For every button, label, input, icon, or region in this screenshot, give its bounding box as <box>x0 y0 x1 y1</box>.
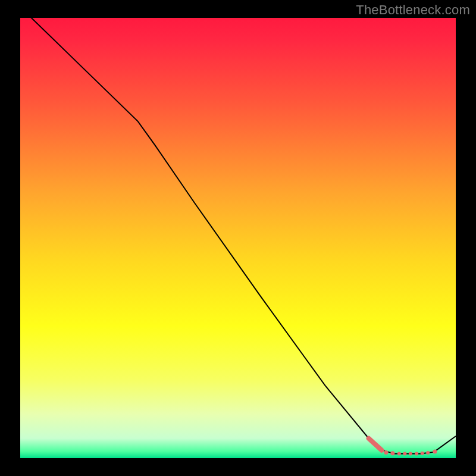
svg-point-7 <box>421 452 424 455</box>
chart-frame: TheBottleneck.com <box>0 0 476 476</box>
svg-point-9 <box>433 449 437 453</box>
chart-svg <box>20 18 456 458</box>
watermark-text: TheBottleneck.com <box>356 2 470 18</box>
svg-point-3 <box>397 452 401 456</box>
svg-point-6 <box>415 452 418 456</box>
svg-point-4 <box>403 452 406 456</box>
gradient-background <box>20 18 456 458</box>
plot-area <box>20 18 456 458</box>
svg-point-5 <box>409 452 412 456</box>
svg-point-2 <box>390 451 394 455</box>
svg-point-1 <box>384 450 388 455</box>
svg-point-8 <box>426 451 430 455</box>
